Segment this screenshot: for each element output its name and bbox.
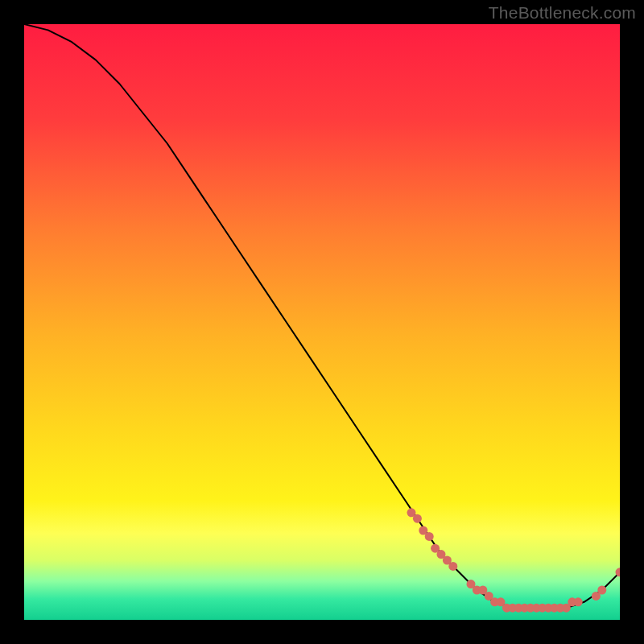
data-point xyxy=(448,562,457,571)
data-point xyxy=(597,586,606,595)
watermark-text: TheBottleneck.com xyxy=(489,3,636,23)
plot-area xyxy=(24,24,620,620)
data-point xyxy=(616,568,621,576)
chart-frame: TheBottleneck.com xyxy=(0,0,644,644)
data-point xyxy=(425,532,434,541)
data-point xyxy=(574,597,583,606)
marker-points xyxy=(24,24,620,620)
data-point xyxy=(413,514,422,523)
